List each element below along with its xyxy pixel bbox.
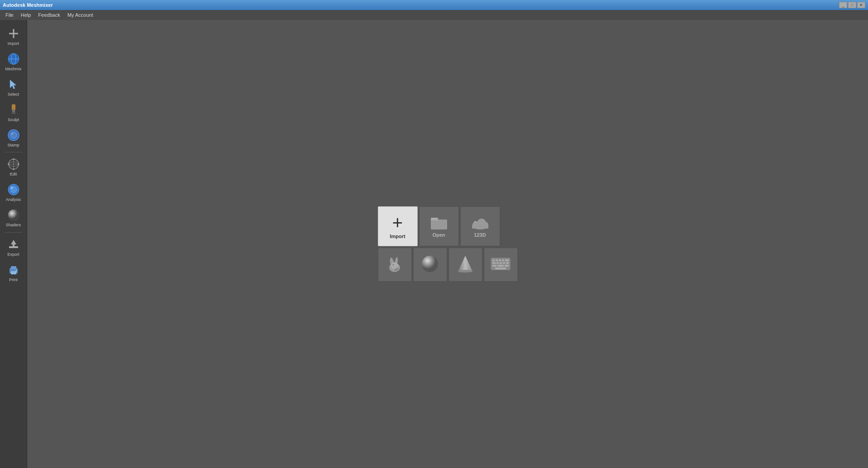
sidebar-label-stamp: Stamp: [7, 143, 19, 148]
analysis-icon: [6, 182, 21, 197]
sidebar-item-print[interactable]: Print: [1, 260, 26, 285]
menu-feedback[interactable]: Feedback: [34, 11, 63, 19]
sidebar-label-select: Select: [8, 93, 19, 97]
menu-myaccount[interactable]: My Account: [64, 11, 97, 19]
svg-rect-54: [492, 262, 496, 264]
svg-rect-49: [492, 259, 495, 261]
sidebar-item-analysis[interactable]: Analysis: [1, 180, 26, 205]
stamp-icon: [6, 128, 21, 142]
svg-rect-29: [11, 271, 16, 274]
import-icon: [6, 26, 21, 41]
canvas-area: + Import Open: [27, 20, 868, 468]
welcome-cone-tile[interactable]: [448, 248, 482, 282]
sidebar: Import Meshmix Select: [0, 20, 27, 468]
cone-icon: [455, 254, 475, 276]
sidebar-label-edit: Edit: [10, 172, 17, 177]
svg-point-16: [13, 158, 14, 160]
menu-file[interactable]: File: [2, 11, 17, 19]
svg-rect-55: [497, 262, 499, 264]
svg-rect-60: [497, 265, 504, 267]
svg-point-17: [13, 168, 14, 170]
edit-icon: [6, 157, 21, 171]
svg-rect-38: [474, 221, 476, 222]
svg-rect-37: [472, 225, 488, 229]
svg-rect-57: [503, 262, 505, 264]
close-button[interactable]: ✕: [857, 2, 865, 8]
svg-point-19: [18, 163, 19, 165]
main-layout: Import Meshmix Select: [0, 20, 868, 468]
svg-rect-31: [431, 219, 447, 229]
svg-rect-32: [431, 218, 438, 220]
menubar: File Help Feedback My Account: [0, 10, 868, 20]
bunny-icon: [384, 253, 405, 277]
welcome-open-label: Open: [432, 232, 445, 238]
select-icon: [6, 77, 21, 92]
svg-rect-50: [496, 259, 498, 261]
welcome-panel: + Import Open: [378, 206, 518, 282]
welcome-sphere-tile[interactable]: [413, 248, 447, 282]
minimize-button[interactable]: _: [839, 2, 847, 8]
welcome-import-tile[interactable]: + Import: [378, 206, 418, 246]
cloud-icon: [471, 215, 490, 232]
meshmix-icon: [6, 52, 21, 66]
svg-point-8: [11, 112, 16, 114]
svg-rect-59: [492, 265, 497, 267]
sidebar-label-print: Print: [9, 278, 18, 283]
svg-rect-62: [495, 268, 506, 269]
sculpt-icon: [6, 102, 21, 117]
welcome-bunny-tile[interactable]: [378, 248, 412, 282]
svg-rect-61: [505, 265, 509, 267]
sidebar-item-edit[interactable]: Edit: [1, 154, 26, 180]
svg-point-11: [11, 133, 13, 135]
sidebar-item-sculpt[interactable]: Sculpt: [1, 100, 26, 125]
sidebar-divider-1: [5, 152, 23, 152]
sidebar-item-select[interactable]: Select: [1, 74, 26, 100]
sidebar-divider-2: [5, 232, 23, 233]
welcome-123d-tile[interactable]: 123D: [460, 206, 500, 246]
welcome-open-tile[interactable]: Open: [419, 206, 459, 246]
svg-rect-25: [9, 246, 18, 248]
svg-rect-28: [11, 266, 16, 269]
app-title: Autodesk Meshmixer: [3, 2, 53, 8]
welcome-row-2: [378, 248, 518, 282]
sphere-icon: [420, 254, 440, 276]
sidebar-label-export: Export: [7, 253, 19, 257]
sidebar-label-meshmix: Meshmix: [5, 67, 21, 72]
welcome-keyboard-tile[interactable]: [484, 248, 518, 282]
sidebar-item-export[interactable]: Export: [1, 234, 26, 260]
sidebar-label-sculpt: Sculpt: [8, 118, 19, 122]
sidebar-label-analysis: Analysis: [6, 198, 21, 202]
sidebar-item-shaders[interactable]: Shaders: [1, 205, 26, 230]
sidebar-item-import[interactable]: Import: [1, 24, 26, 49]
svg-point-30: [15, 270, 17, 272]
welcome-import-label: Import: [390, 234, 405, 239]
svg-rect-51: [499, 259, 501, 261]
sidebar-item-meshmix[interactable]: Meshmix: [1, 49, 26, 74]
svg-point-45: [422, 256, 438, 272]
maximize-button[interactable]: □: [848, 2, 856, 8]
print-icon: [6, 263, 21, 277]
svg-point-43: [393, 264, 394, 265]
svg-marker-5: [10, 80, 16, 89]
titlebar: Autodesk Meshmixer _ □ ✕: [0, 0, 868, 10]
menu-help[interactable]: Help: [17, 11, 35, 19]
sidebar-label-import: Import: [8, 42, 19, 46]
svg-point-22: [10, 186, 13, 189]
svg-rect-56: [500, 262, 502, 264]
sidebar-label-shaders: Shaders: [6, 223, 21, 228]
window-controls: _ □ ✕: [839, 2, 865, 8]
keyboard-icon: [490, 257, 511, 273]
svg-point-24: [8, 210, 19, 220]
svg-rect-58: [506, 262, 509, 264]
folder-icon: [430, 215, 448, 232]
shaders-icon: [6, 208, 21, 222]
welcome-123d-label: 123D: [474, 232, 486, 238]
svg-marker-46: [458, 256, 473, 271]
svg-point-18: [8, 163, 10, 165]
welcome-import-icon: +: [392, 214, 403, 232]
svg-marker-26: [11, 240, 16, 246]
svg-point-10: [10, 132, 17, 138]
sidebar-item-stamp[interactable]: Stamp: [1, 125, 26, 151]
svg-point-47: [458, 270, 473, 273]
export-icon: [6, 237, 21, 252]
